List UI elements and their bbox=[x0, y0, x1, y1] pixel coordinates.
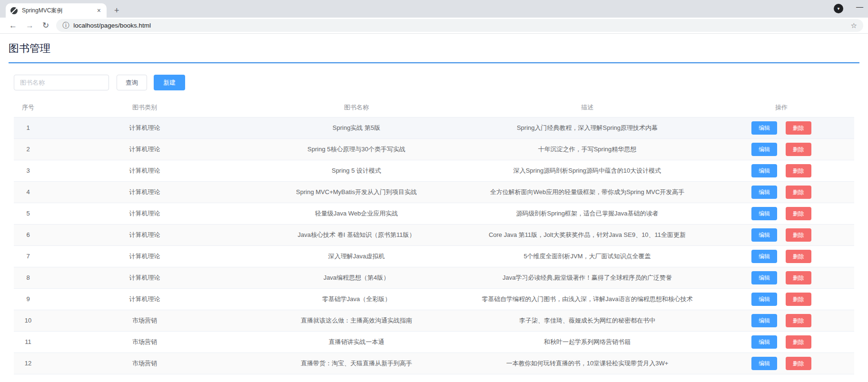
cell-description: 李子柒、李佳琦、薇娅成长为网红的秘密都在书中 bbox=[466, 310, 709, 331]
edit-button[interactable]: 编辑 bbox=[751, 250, 777, 263]
cell-actions: 编辑 删除 bbox=[709, 267, 854, 288]
edit-button[interactable]: 编辑 bbox=[751, 293, 777, 306]
title-divider bbox=[9, 62, 859, 63]
books-page: 图书管理 查询 新建 序号 图书类别 图书名称 描述 操作 1 计算机理论 bbox=[0, 34, 868, 374]
table-header-row: 序号 图书类别 图书名称 描述 操作 bbox=[14, 98, 854, 117]
browser-tab[interactable]: SpringMVC案例 × bbox=[6, 3, 107, 18]
cell-index: 8 bbox=[14, 267, 42, 288]
books-table: 序号 图书类别 图书名称 描述 操作 1 计算机理论 Spring实战 第5版 … bbox=[14, 98, 854, 374]
delete-button[interactable]: 删除 bbox=[786, 207, 811, 220]
cell-category: 计算机理论 bbox=[42, 160, 247, 181]
cell-book-name: 轻量级Java Web企业应用实战 bbox=[247, 203, 466, 224]
table-body: 1 计算机理论 Spring实战 第5版 Spring入门经典教程，深入理解Sp… bbox=[14, 117, 854, 374]
delete-button[interactable]: 删除 bbox=[786, 250, 811, 263]
reload-icon[interactable]: ↻ bbox=[38, 20, 53, 30]
cell-index: 4 bbox=[14, 181, 42, 203]
edit-button[interactable]: 编辑 bbox=[751, 335, 777, 349]
back-icon[interactable]: ← bbox=[5, 21, 21, 30]
cell-description: 零基础自学编程的入门图书，由浅入深，详解Java语言的编程思想和核心技术 bbox=[466, 288, 709, 310]
edit-button[interactable]: 编辑 bbox=[751, 228, 777, 242]
address-bar[interactable]: ⓘ localhost/pages/books.html ☆ bbox=[56, 19, 863, 32]
table-row: 6 计算机理论 Java核心技术 卷I 基础知识（原书第11版） Core Ja… bbox=[14, 224, 854, 245]
cell-actions: 编辑 删除 bbox=[709, 353, 854, 374]
edit-button[interactable]: 编辑 bbox=[751, 207, 777, 220]
delete-button[interactable]: 删除 bbox=[786, 314, 811, 327]
cell-book-name: 直播带货：淘宝、天猫直播从新手到高手 bbox=[247, 353, 466, 374]
download-status-icon[interactable]: ▼ bbox=[834, 4, 843, 13]
browser-toolbar: ← → ↻ ⓘ localhost/pages/books.html ☆ bbox=[0, 18, 868, 34]
delete-button[interactable]: 删除 bbox=[786, 164, 811, 177]
table-row: 10 市场营销 直播就该这么做：主播高效沟通实战指南 李子柒、李佳琦、薇娅成长为… bbox=[14, 310, 854, 331]
delete-button[interactable]: 删除 bbox=[786, 357, 811, 370]
cell-actions: 编辑 删除 bbox=[709, 224, 854, 245]
cell-category: 计算机理论 bbox=[42, 224, 247, 245]
cell-actions: 编辑 删除 bbox=[709, 181, 854, 203]
edit-button[interactable]: 编辑 bbox=[751, 164, 777, 177]
cell-index: 7 bbox=[14, 245, 42, 267]
browser-tab-strip: SpringMVC案例 × + ▼ — bbox=[0, 0, 868, 18]
cell-category: 计算机理论 bbox=[42, 138, 247, 160]
edit-button[interactable]: 编辑 bbox=[751, 143, 777, 156]
table-row: 2 计算机理论 Spring 5核心原理与30个类手写实战 十年沉淀之作，手写S… bbox=[14, 138, 854, 160]
cell-description: 全方位解析面向Web应用的轻量级框架，带你成为Spring MVC开发高手 bbox=[466, 181, 709, 203]
header-description: 描述 bbox=[466, 98, 709, 117]
table-row: 12 市场营销 直播带货：淘宝、天猫直播从新手到高手 一本教你如何玩转直播的书，… bbox=[14, 353, 854, 374]
cell-category: 计算机理论 bbox=[42, 245, 247, 267]
cell-book-name: 直播销讲实战一本通 bbox=[247, 331, 466, 353]
cell-category: 市场营销 bbox=[42, 310, 247, 331]
header-category: 图书类别 bbox=[42, 98, 247, 117]
delete-button[interactable]: 删除 bbox=[786, 335, 811, 349]
cell-description: 5个维度全面剖析JVM，大厂面试知识点全覆盖 bbox=[466, 245, 709, 267]
bookmark-star-icon[interactable]: ☆ bbox=[851, 21, 857, 30]
delete-button[interactable]: 删除 bbox=[786, 271, 811, 284]
url-text[interactable]: localhost/pages/books.html bbox=[73, 22, 850, 29]
cell-category: 计算机理论 bbox=[42, 181, 247, 203]
cell-description: Java学习必读经典,殿堂级著作！赢得了全球程序员的广泛赞誉 bbox=[466, 267, 709, 288]
table-row: 4 计算机理论 Spring MVC+MyBatis开发从入门到项目实战 全方位… bbox=[14, 181, 854, 203]
delete-button[interactable]: 删除 bbox=[786, 186, 811, 199]
table-row: 1 计算机理论 Spring实战 第5版 Spring入门经典教程，深入理解Sp… bbox=[14, 117, 854, 138]
cell-category: 计算机理论 bbox=[42, 117, 247, 138]
cell-index: 11 bbox=[14, 331, 42, 353]
cell-description: 和秋叶一起学系列网络营销书籍 bbox=[466, 331, 709, 353]
cell-index: 3 bbox=[14, 160, 42, 181]
cell-book-name: 深入理解Java虚拟机 bbox=[247, 245, 466, 267]
query-button[interactable]: 查询 bbox=[117, 75, 147, 90]
page-info-icon[interactable]: ⓘ bbox=[62, 21, 69, 30]
cell-category: 市场营销 bbox=[42, 353, 247, 374]
tab-favicon-icon bbox=[10, 7, 18, 14]
cell-book-name: Java编程思想（第4版） bbox=[247, 267, 466, 288]
edit-button[interactable]: 编辑 bbox=[751, 357, 777, 370]
forward-icon[interactable]: → bbox=[21, 21, 38, 30]
header-index: 序号 bbox=[14, 98, 42, 117]
cell-actions: 编辑 删除 bbox=[709, 203, 854, 224]
edit-button[interactable]: 编辑 bbox=[751, 186, 777, 199]
header-book-name: 图书名称 bbox=[247, 98, 466, 117]
delete-button[interactable]: 删除 bbox=[786, 228, 811, 242]
edit-button[interactable]: 编辑 bbox=[751, 121, 777, 135]
cell-description: 深入Spring源码剖析Spring源码中蕴含的10大设计模式 bbox=[466, 160, 709, 181]
tab-close-icon[interactable]: × bbox=[96, 7, 102, 14]
cell-description: Core Java 第11版，Jolt大奖获奖作品，针对Java SE9、10、… bbox=[466, 224, 709, 245]
cell-category: 计算机理论 bbox=[42, 203, 247, 224]
search-input[interactable] bbox=[14, 75, 109, 90]
table-row: 3 计算机理论 Spring 5 设计模式 深入Spring源码剖析Spring… bbox=[14, 160, 854, 181]
cell-index: 12 bbox=[14, 353, 42, 374]
edit-button[interactable]: 编辑 bbox=[751, 271, 777, 284]
delete-button[interactable]: 删除 bbox=[786, 293, 811, 306]
cell-description: 十年沉淀之作，手写Spring精华思想 bbox=[466, 138, 709, 160]
delete-button[interactable]: 删除 bbox=[786, 121, 811, 135]
cell-actions: 编辑 删除 bbox=[709, 245, 854, 267]
window-minimize-button[interactable]: — bbox=[856, 3, 863, 10]
cell-book-name: 直播就该这么做：主播高效沟通实战指南 bbox=[247, 310, 466, 331]
header-actions: 操作 bbox=[709, 98, 854, 117]
delete-button[interactable]: 删除 bbox=[786, 143, 811, 156]
edit-button[interactable]: 编辑 bbox=[751, 314, 777, 327]
books-table-wrap: 序号 图书类别 图书名称 描述 操作 1 计算机理论 Spring实战 第5版 … bbox=[14, 98, 854, 374]
cell-index: 9 bbox=[14, 288, 42, 310]
create-button[interactable]: 新建 bbox=[154, 75, 185, 90]
cell-index: 2 bbox=[14, 138, 42, 160]
cell-category: 计算机理论 bbox=[42, 267, 247, 288]
new-tab-button[interactable]: + bbox=[114, 6, 119, 15]
cell-description: 源码级剖析Spring框架，适合已掌握Java基础的读者 bbox=[466, 203, 709, 224]
